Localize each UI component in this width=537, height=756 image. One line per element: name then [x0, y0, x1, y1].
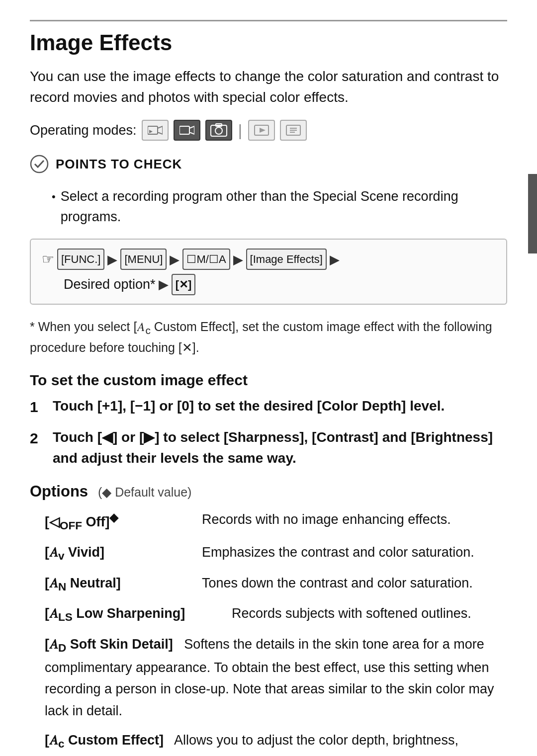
mode-icon-photo [205, 120, 232, 141]
arrow-3: ▶ [233, 249, 243, 270]
mode-selector: ☐M/☐A [182, 249, 230, 270]
step-2: 2 Touch [◀] or [▶] to select [Sharpness]… [30, 427, 507, 469]
mode-icon-other [280, 120, 307, 141]
image-effects-button: [Image Effects] [246, 249, 327, 270]
operating-modes-label: Operating modes: [30, 123, 137, 138]
numbered-steps: 1 Touch [+1], [−1] or [0] to set the des… [30, 396, 507, 469]
option-low-sharpening-desc: Records subjects with softened outlines. [232, 603, 471, 624]
svg-marker-4 [189, 126, 194, 134]
option-custom-effect-label: [𝛢c Custom Effect] [45, 733, 171, 748]
check-icon [30, 155, 49, 177]
option-low-sharpening-label: [𝛢LS Low Sharpening] [45, 603, 224, 626]
step-2-text: Touch [◀] or [▶] to select [Sharpness], … [53, 427, 507, 469]
options-section: Options (◆ Default value) [30, 483, 507, 501]
points-to-check-label: POINTS TO CHECK [56, 155, 182, 172]
svg-marker-1 [158, 126, 163, 134]
option-neutral-desc: Tones down the contrast and color satura… [202, 573, 473, 593]
arrow-2: ▶ [170, 249, 179, 270]
menu-button: [MENU] [120, 249, 167, 270]
footnote-content: When you select [𝛢c Custom Effect], set … [30, 320, 492, 354]
option-soft-skin: [𝛢D Soft Skin Detail] Softens the detail… [45, 634, 507, 722]
step-1: 1 Touch [+1], [−1] or [0] to set the des… [30, 396, 507, 418]
arrow-5: ▶ [159, 273, 169, 295]
bullet-list: • Select a recording program other than … [52, 186, 507, 227]
svg-point-14 [31, 156, 48, 172]
option-vivid: [𝛢v Vivid] Emphasizes the contrast and c… [45, 542, 507, 565]
options-list: [◁OFF Off]◆ Records with no image enhanc… [45, 509, 507, 756]
mode-icon-cinema [174, 120, 200, 141]
instruction-line-2: Desired option* ▶ [✕] [64, 273, 495, 296]
mode-icon-movie: ▶ [142, 120, 169, 141]
hand-icon: ☞ [42, 248, 54, 271]
option-off: [◁OFF Off]◆ Records with no image enhanc… [45, 509, 507, 534]
step-1-text: Touch [+1], [−1] or [0] to set the desir… [53, 396, 445, 418]
side-decoration-bar [528, 174, 537, 253]
option-soft-skin-label: [𝛢D Soft Skin Detail] [45, 637, 180, 652]
bullet-text-1: Select a recording program other than th… [61, 186, 507, 227]
option-custom-effect: [𝛢c Custom Effect] Allows you to adjust … [45, 730, 507, 756]
option-neutral: [𝛢N Neutral] Tones down the contrast and… [45, 573, 507, 595]
options-default: (◆ Default value) [98, 485, 192, 499]
page-title: Image Effects [30, 30, 507, 55]
option-off-desc: Records with no image enhancing effects. [202, 509, 451, 530]
step-1-number: 1 [30, 396, 44, 418]
svg-marker-9 [260, 128, 266, 133]
func-button: [FUNC.] [57, 249, 104, 270]
options-heading: Options [30, 483, 88, 500]
instruction-line-1: ☞ [FUNC.] ▶ [MENU] ▶ ☐M/☐A ▶ [Image Effe… [42, 248, 495, 271]
svg-point-6 [215, 127, 222, 134]
option-vivid-label: [𝛢v Vivid] [45, 542, 194, 565]
footnote-text: * When you select [𝛢c Custom Effect], se… [30, 318, 507, 357]
arrow-1: ▶ [107, 249, 117, 270]
top-divider [30, 20, 507, 21]
option-off-label: [◁OFF Off]◆ [45, 509, 194, 534]
mode-separator: | [238, 121, 242, 140]
mode-icon-playback [248, 120, 275, 141]
footnote-star: * [30, 320, 38, 334]
bullet-dot: • [52, 188, 56, 227]
svg-rect-3 [179, 126, 189, 134]
desired-option-text: Desired option* [64, 273, 156, 296]
operating-modes-row: Operating modes: ▶ | [30, 120, 507, 141]
arrow-4: ▶ [330, 249, 340, 270]
x-button: [✕] [172, 274, 196, 295]
step-2-number: 2 [30, 427, 44, 469]
option-vivid-desc: Emphasizes the contrast and color satura… [202, 542, 474, 563]
svg-text:▶: ▶ [149, 129, 153, 134]
option-neutral-label: [𝛢N Neutral] [45, 573, 194, 595]
intro-text: You can use the image effects to change … [30, 66, 507, 108]
bullet-item-1: • Select a recording program other than … [52, 186, 507, 227]
instruction-box: ☞ [FUNC.] ▶ [MENU] ▶ ☐M/☐A ▶ [Image Effe… [30, 239, 507, 305]
custom-effect-heading: To set the custom image effect [30, 372, 507, 389]
option-low-sharpening: [𝛢LS Low Sharpening] Records subjects wi… [45, 603, 507, 626]
points-to-check-box: POINTS TO CHECK [30, 155, 507, 177]
option-custom-effect-main: [𝛢c Custom Effect] Allows you to adjust … [45, 730, 507, 756]
